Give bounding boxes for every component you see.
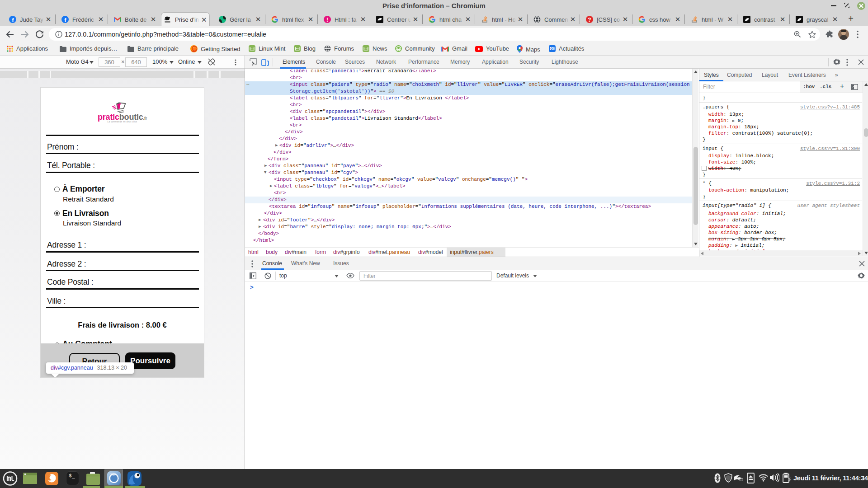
svg-text:f: f: [64, 17, 66, 23]
svg-text:f: f: [12, 17, 14, 23]
svg-text:?: ?: [588, 17, 591, 23]
svg-text:G: G: [550, 47, 553, 50]
svg-text:!: !: [326, 17, 328, 23]
